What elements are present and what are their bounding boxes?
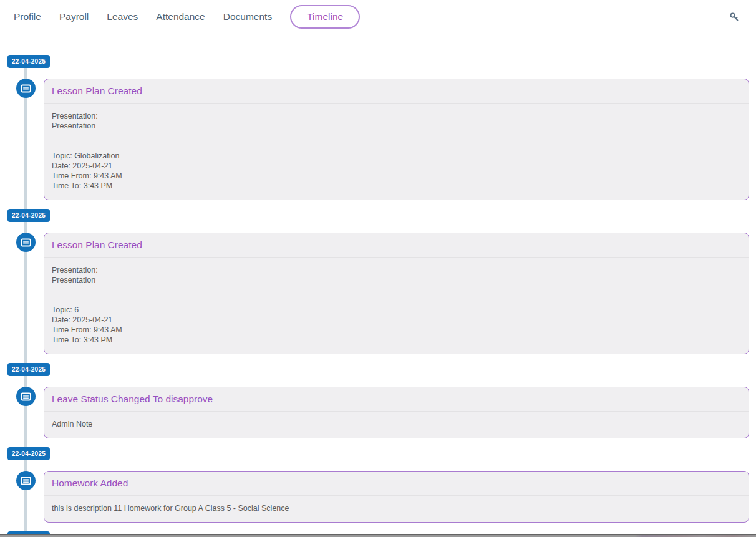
newspaper-icon bbox=[16, 471, 36, 490]
date-badge-text: 22-04-2025 bbox=[12, 212, 46, 219]
key-icon[interactable] bbox=[724, 6, 745, 27]
timeline-entry: 22-04-2025 Leave Status Changed To disap… bbox=[0, 363, 756, 438]
newspaper-icon-glyph bbox=[21, 392, 31, 401]
card-title: Lesson Plan Created bbox=[52, 239, 142, 250]
card-body: Presentation: Presentation Topic: Global… bbox=[44, 104, 749, 200]
tab-profile[interactable]: Profile bbox=[14, 6, 41, 28]
timeline-card: Leave Status Changed To disapprove Admin… bbox=[44, 387, 749, 438]
newspaper-icon bbox=[16, 387, 36, 406]
newspaper-icon-glyph bbox=[21, 477, 31, 485]
timeline-card: Homework Added this is description 11 Ho… bbox=[44, 471, 749, 523]
date-badge: 22-04-2025 bbox=[7, 209, 50, 222]
key-icon-glyph bbox=[729, 11, 740, 23]
tab-attendance[interactable]: Attendance bbox=[156, 6, 205, 28]
card-header: Lesson Plan Created bbox=[44, 233, 749, 258]
timeline-card-wrap: Lesson Plan Created Presentation: Presen… bbox=[44, 79, 749, 200]
timeline-entry: 22-04-2025 Lesson Plan Created Presentat… bbox=[0, 55, 756, 200]
newspaper-icon-glyph bbox=[21, 238, 31, 247]
date-badge: 22-04-2025 bbox=[7, 55, 50, 68]
timeline-card: Lesson Plan Created Presentation: Presen… bbox=[44, 233, 749, 354]
bottom-cutoff-bar bbox=[0, 534, 756, 537]
timeline-entry: 22-04-2025 Lesson Plan Created Presentat… bbox=[0, 209, 756, 354]
card-title: Leave Status Changed To disapprove bbox=[52, 394, 213, 404]
timeline: 22-04-2025 Lesson Plan Created Presentat… bbox=[0, 34, 756, 537]
timeline-card-wrap: Lesson Plan Created Presentation: Presen… bbox=[44, 233, 749, 354]
newspaper-icon bbox=[16, 233, 36, 252]
timeline-entry: 22-04-2025 Homework Added this is descri… bbox=[0, 447, 756, 523]
date-badge: 22-04-2025 bbox=[7, 363, 50, 376]
card-body: this is description 11 Homework for Grou… bbox=[44, 496, 749, 522]
tab-timeline[interactable]: Timeline bbox=[290, 5, 360, 29]
date-badge: 22-04-2025 bbox=[7, 447, 50, 460]
timeline-card-wrap: Homework Added this is description 11 Ho… bbox=[44, 471, 749, 523]
card-title: Homework Added bbox=[52, 478, 128, 488]
card-body: Presentation: Presentation Topic: 6 Date… bbox=[44, 258, 749, 354]
newspaper-icon-glyph bbox=[21, 84, 31, 93]
date-badge-text: 22-04-2025 bbox=[12, 58, 46, 65]
tab-documents[interactable]: Documents bbox=[223, 6, 272, 28]
nav-tabs: Profile Payroll Leaves Attendance Docume… bbox=[14, 5, 724, 29]
card-header: Leave Status Changed To disapprove bbox=[44, 387, 749, 412]
date-badge-text: 22-04-2025 bbox=[12, 450, 46, 457]
newspaper-icon bbox=[16, 79, 36, 98]
tab-leaves[interactable]: Leaves bbox=[107, 6, 138, 28]
card-body: Admin Note bbox=[44, 412, 749, 438]
timeline-card-wrap: Leave Status Changed To disapprove Admin… bbox=[44, 387, 749, 438]
card-title: Lesson Plan Created bbox=[52, 85, 142, 96]
card-header: Homework Added bbox=[44, 472, 749, 496]
timeline-card: Lesson Plan Created Presentation: Presen… bbox=[44, 79, 749, 200]
tab-payroll[interactable]: Payroll bbox=[59, 6, 89, 28]
date-badge-text: 22-04-2025 bbox=[12, 366, 46, 373]
top-nav: Profile Payroll Leaves Attendance Docume… bbox=[0, 0, 756, 34]
card-header: Lesson Plan Created bbox=[44, 79, 749, 104]
